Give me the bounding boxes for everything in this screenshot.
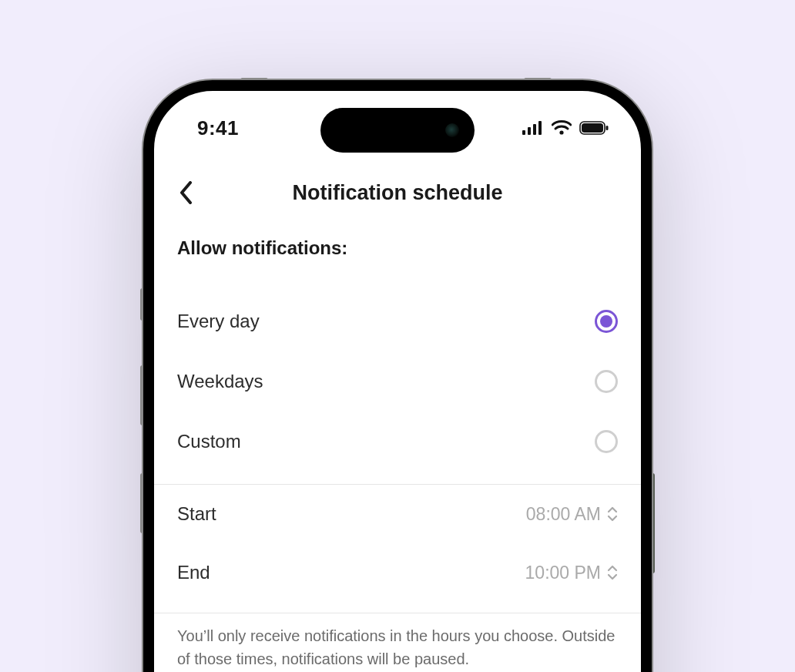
radio-every-day[interactable]: Every day bbox=[177, 291, 618, 351]
radio-custom[interactable]: Custom bbox=[177, 412, 618, 472]
end-time-value: 10:00 PM bbox=[525, 563, 601, 583]
help-text: You’ll only receive notifications in the… bbox=[154, 613, 641, 670]
radio-indicator bbox=[595, 430, 618, 453]
svg-rect-0 bbox=[522, 130, 525, 135]
svg-point-4 bbox=[559, 130, 563, 134]
wifi-icon bbox=[552, 120, 572, 136]
stepper-icon bbox=[607, 506, 618, 522]
end-time-label: End bbox=[177, 562, 210, 583]
status-bar: 9:41 bbox=[154, 91, 641, 165]
cellular-icon bbox=[522, 121, 544, 135]
page-title: Notification schedule bbox=[292, 181, 502, 205]
svg-rect-3 bbox=[538, 121, 542, 135]
section-label: Allow notifications: bbox=[177, 237, 618, 259]
radio-label: Every day bbox=[177, 311, 260, 332]
nav-bar: Notification schedule bbox=[157, 165, 638, 220]
svg-rect-7 bbox=[606, 126, 609, 130]
radio-weekdays[interactable]: Weekdays bbox=[177, 351, 618, 412]
start-time-row[interactable]: Start 08:00 AM bbox=[177, 485, 618, 543]
stepper-icon bbox=[607, 565, 618, 580]
end-time-row[interactable]: End 10:00 PM bbox=[177, 543, 618, 602]
radio-label: Custom bbox=[177, 431, 241, 452]
phone-frame: 9:41 bbox=[143, 80, 652, 672]
app-screen: Notification schedule Allow notification… bbox=[154, 165, 641, 672]
svg-rect-6 bbox=[582, 123, 603, 133]
back-button[interactable] bbox=[173, 179, 200, 207]
start-time-label: Start bbox=[177, 503, 216, 525]
status-time: 9:41 bbox=[197, 116, 239, 140]
radio-indicator-selected bbox=[595, 310, 618, 333]
chevron-left-icon bbox=[179, 181, 194, 204]
start-time-value: 08:00 AM bbox=[526, 504, 601, 525]
svg-rect-1 bbox=[528, 127, 531, 135]
radio-label: Weekdays bbox=[177, 371, 263, 392]
battery-icon bbox=[579, 121, 609, 135]
radio-indicator bbox=[595, 370, 618, 393]
svg-rect-2 bbox=[533, 124, 536, 135]
